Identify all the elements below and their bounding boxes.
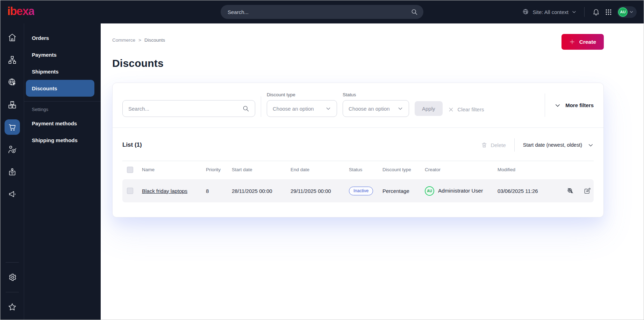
row-discount-type: Percentage (382, 188, 425, 194)
rail-item-dashboard[interactable] (5, 30, 20, 45)
main-content: Commerce > Discounts Create Discounts (101, 23, 644, 320)
rail-item-site[interactable] (5, 75, 20, 90)
plus-icon (569, 39, 575, 45)
list-header-divider (514, 138, 515, 152)
clear-filters-button[interactable]: Clear filters (448, 106, 484, 112)
preview-disabled-icon[interactable] (564, 185, 576, 197)
rail-item-commerce[interactable] (5, 119, 20, 135)
col-header-name: Name (142, 167, 206, 172)
status-label: Status (343, 92, 409, 97)
sidebar-item-shipments[interactable]: Shipments (24, 63, 101, 80)
megaphone-icon (8, 190, 17, 199)
rail-item-marketing[interactable] (5, 187, 20, 202)
trash-icon (481, 142, 487, 148)
home-icon (8, 33, 17, 42)
clear-filters-label: Clear filters (458, 106, 484, 112)
row-start-date: 28/11/2025 00:00 (232, 188, 291, 194)
app-grid-icon[interactable] (605, 8, 612, 16)
list-header: List (1) Delete Start date (122, 138, 594, 152)
star-icon (8, 302, 17, 312)
discount-type-select[interactable]: Choose an option (267, 100, 337, 117)
sitemap-icon (8, 55, 17, 64)
discounts-card: Discount type Choose an option Status Ch… (112, 83, 604, 217)
sidebar-divider (24, 101, 101, 102)
row-checkbox[interactable] (127, 188, 133, 194)
site-context-selector[interactable]: Site: All context (522, 8, 577, 15)
customer-target-icon (8, 145, 17, 154)
discount-name-link[interactable]: Black friday laptops (142, 188, 187, 194)
bell-icon[interactable] (592, 8, 600, 16)
col-header-status: Status (349, 167, 382, 172)
global-search[interactable] (221, 5, 423, 19)
chevron-down-icon (588, 142, 594, 148)
id-badge-icon (8, 167, 17, 176)
col-header-modified: Modified (498, 167, 557, 172)
sidebar-item-shipping-methods[interactable]: Shipping methods (24, 132, 101, 148)
ibexa-logo: ibexa (7, 5, 34, 19)
more-filters-button[interactable]: More filters (545, 93, 594, 117)
rail-item-product-catalog[interactable] (5, 97, 20, 112)
status-value: Choose an option (349, 106, 390, 112)
rail-item-settings[interactable] (5, 270, 20, 285)
apply-button[interactable]: Apply (415, 101, 443, 116)
rail-item-content-structure[interactable] (5, 52, 20, 68)
rail-divider (6, 292, 19, 292)
sort-label: Start date (newest, oldest) (523, 142, 582, 148)
topbar: ibexa Site: All context (0, 0, 644, 23)
status-select[interactable]: Choose an option (343, 100, 409, 117)
chevron-down-icon (554, 102, 561, 109)
edit-icon[interactable] (581, 185, 593, 197)
table-row: Black friday laptops 8 28/11/2025 00:00 … (122, 179, 594, 202)
creator-name: Administrator User (438, 188, 483, 194)
list-search-input[interactable] (128, 106, 242, 112)
list-search[interactable] (122, 100, 255, 117)
create-button[interactable]: Create (561, 34, 604, 50)
page-title: Discounts (112, 57, 604, 69)
chevron-down-icon (629, 10, 634, 14)
site-context-label: Site: All context (532, 9, 568, 15)
more-filters-label: More filters (565, 102, 594, 108)
search-icon[interactable] (242, 105, 249, 112)
search-icon[interactable] (411, 8, 418, 15)
sidebar-item-orders[interactable]: Orders (24, 29, 101, 46)
breadcrumb-commerce[interactable]: Commerce (112, 37, 135, 43)
icon-rail (0, 23, 24, 320)
chevron-down-icon (398, 106, 403, 111)
cart-icon (8, 123, 17, 132)
table-header-row: Name Priority Start date End date Status… (122, 161, 594, 178)
sidebar-item-payment-methods[interactable]: Payment methods (24, 115, 101, 132)
select-all-checkbox[interactable] (127, 167, 133, 173)
rail-divider (6, 262, 19, 263)
row-end-date: 29/11/2025 00:00 (291, 188, 349, 194)
boxes-icon (8, 100, 17, 109)
user-menu[interactable]: AU (617, 6, 637, 18)
sidebar-settings-label: Settings (24, 105, 101, 115)
list-section: List (1) Delete Start date (113, 127, 603, 217)
chevron-down-icon (325, 106, 331, 111)
global-search-input[interactable] (228, 9, 411, 15)
topbar-right: Site: All context AU (522, 6, 637, 18)
close-icon (448, 107, 454, 112)
sidebar-item-discounts[interactable]: Discounts (26, 80, 94, 97)
commerce-menu: Orders Payments Shipments Discounts Sett… (24, 23, 101, 320)
sidebar-item-payments[interactable]: Payments (24, 46, 101, 63)
avatar: AU (618, 7, 628, 17)
list-title: List (1) (122, 141, 142, 148)
globe-cursor-icon (8, 78, 17, 87)
status-filter: Status Choose an option (343, 92, 409, 117)
breadcrumb: Commerce > Discounts (112, 37, 165, 43)
filter-divider (261, 96, 261, 117)
sort-dropdown[interactable]: Start date (newest, oldest) (523, 142, 594, 148)
rail-item-bookmarks[interactable] (5, 299, 20, 315)
chevron-down-icon (572, 9, 577, 14)
breadcrumb-discounts[interactable]: Discounts (144, 37, 165, 43)
status-badge: Inactive (349, 187, 373, 195)
rail-item-corporate[interactable] (5, 164, 20, 180)
col-header-discount-type: Discount type (382, 167, 425, 172)
rail-item-customers[interactable] (5, 142, 20, 157)
breadcrumb-separator: > (138, 37, 141, 43)
discount-type-filter: Discount type Choose an option (267, 92, 337, 117)
delete-button-label: Delete (491, 142, 506, 148)
gear-icon (8, 273, 17, 282)
delete-button[interactable]: Delete (481, 142, 506, 148)
